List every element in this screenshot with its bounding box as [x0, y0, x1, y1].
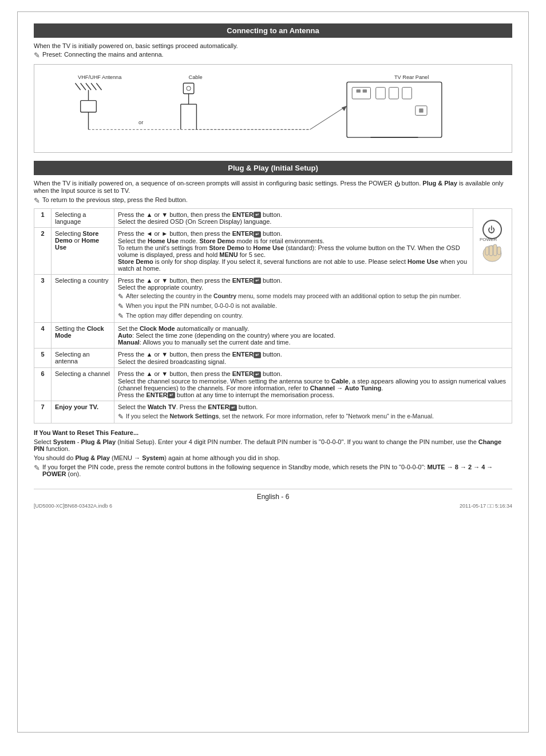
svg-marker-31 [342, 106, 347, 111]
power-image-cell: ⏻ POWER [473, 208, 512, 274]
step-title-1: Selecting a language [52, 208, 114, 228]
step-title-3: Selecting a country [52, 274, 114, 323]
svg-line-6 [91, 83, 96, 90]
svg-rect-36 [489, 246, 493, 256]
antenna-note: ✎ Preset: Connecting the mains and anten… [34, 51, 512, 60]
step-title-7: Enjoy your TV. [52, 401, 114, 423]
step-content-6: Press the ▲ or ▼ button, then press the … [114, 367, 512, 401]
step-num-2: 2 [34, 228, 52, 275]
svg-line-30 [310, 106, 347, 129]
file-info: [UD5000-XC]BN68-03432A.indb 6 2011-05-17… [34, 503, 512, 509]
reset-line1: Select System - Plug & Play (Initial Set… [34, 438, 512, 452]
step-row-2: 2 Selecting Store Demo or Home Use Press… [34, 228, 512, 275]
svg-point-12 [187, 86, 191, 90]
step-num-5: 5 [34, 349, 52, 368]
note-icon-3b: ✎ [118, 302, 124, 310]
svg-line-7 [96, 83, 101, 90]
note-icon-3c: ✎ [118, 312, 124, 320]
step-content-3: Press the ▲ or ▼ button, then press the … [114, 274, 512, 323]
svg-rect-25 [389, 88, 399, 99]
section-header-antenna: Connecting to an Antenna [34, 23, 512, 38]
step-content-5: Press the ▲ or ▼ button, then press the … [114, 349, 512, 368]
steps-table: 1 Selecting a language Press the ▲ or ▼ … [34, 208, 512, 423]
power-symbol: ⏻ [394, 181, 400, 187]
step-num-7: 7 [34, 401, 52, 423]
step-row-6: 6 Selecting a channel Press the ▲ or ▼ b… [34, 367, 512, 401]
svg-rect-28 [419, 109, 423, 113]
enter-icon3: ↵ [254, 278, 261, 284]
svg-rect-23 [363, 89, 367, 93]
enter-icon: ↵ [254, 212, 261, 218]
enter-icon5: ↵ [254, 352, 261, 358]
file-right: 2011-05-17 □□ 5:16:34 [460, 503, 512, 509]
svg-text:POWER: POWER [480, 237, 497, 242]
footer-bar: English - 6 [34, 489, 512, 501]
reset-line2: You should do Plug & Play (MENU → System… [34, 454, 512, 461]
svg-text:⏻: ⏻ [488, 225, 495, 234]
step-num-4: 4 [34, 323, 52, 349]
svg-rect-38 [485, 247, 489, 255]
step-content-2: Press the ◄ or ► button, then press the … [114, 228, 473, 275]
antenna-diagram: VHF/UHF Antenna Cable TV Rear Panel [34, 64, 512, 153]
plugplay-note: ✎ To return to the previous step, press … [34, 196, 512, 205]
svg-rect-22 [357, 89, 361, 93]
enter-icon2: ↵ [254, 231, 261, 238]
svg-rect-26 [402, 88, 412, 99]
step-num-1: 1 [34, 208, 52, 228]
reset-heading: If You Want to Reset This Feature... [34, 429, 139, 436]
step-title-2: Selecting Store Demo or Home Use [52, 228, 114, 275]
step-row-4: 4 Setting the Clock Mode Set the Clock M… [34, 323, 512, 349]
svg-rect-9 [81, 101, 97, 112]
page-label: English - 6 [257, 493, 290, 501]
step-num-6: 6 [34, 367, 52, 401]
step-title-5: Selecting an antenna [52, 349, 114, 368]
reset-section: If You Want to Reset This Feature... Sel… [34, 429, 512, 477]
svg-line-5 [86, 83, 91, 90]
reset-note: ✎ If you forget the PIN code, press the … [34, 464, 512, 477]
svg-line-3 [75, 83, 80, 90]
note-pencil-icon2: ✎ [34, 196, 40, 205]
svg-text:VHF/UHF Antenna: VHF/UHF Antenna [78, 74, 122, 80]
step-content-7: Select the Watch TV. Press the ENTER↵ bu… [114, 401, 512, 423]
power-hand-svg: ⏻ POWER [477, 218, 508, 264]
svg-rect-37 [493, 244, 497, 256]
step-num-3: 3 [34, 274, 52, 323]
note-pencil-icon3: ✎ [34, 464, 40, 472]
file-left: [UD5000-XC]BN68-03432A.indb 6 [34, 503, 112, 509]
svg-rect-20 [347, 82, 442, 137]
step-content-4: Set the Clock Mode automatically or manu… [114, 323, 512, 349]
antenna-intro: When the TV is initially powered on, bas… [34, 42, 512, 49]
svg-rect-39 [497, 247, 501, 255]
step-title-6: Selecting a channel [52, 367, 114, 401]
note-pencil-icon: ✎ [34, 51, 40, 60]
step-row-7: 7 Enjoy your TV. Select the Watch TV. Pr… [34, 401, 512, 423]
svg-text:Cable: Cable [189, 74, 203, 80]
step-title-4: Setting the Clock Mode [52, 323, 114, 349]
step-row-5: 5 Selecting an antenna Press the ▲ or ▼ … [34, 349, 512, 368]
svg-line-4 [81, 83, 86, 90]
step-row-1: 1 Selecting a language Press the ▲ or ▼ … [34, 208, 512, 228]
note-icon-7: ✎ [118, 413, 124, 421]
svg-text:TV Rear Panel: TV Rear Panel [394, 74, 429, 80]
enter-icon6b: ↵ [168, 392, 175, 398]
enter-icon6: ↵ [254, 371, 261, 378]
antenna-svg: VHF/UHF Antenna Cable TV Rear Panel [40, 72, 506, 145]
svg-rect-24 [376, 88, 386, 99]
plugplay-intro: When the TV is initially powered on, a s… [34, 180, 512, 194]
section-header-plugplay: Plug & Play (Initial Setup) [34, 161, 512, 175]
note-icon-3a: ✎ [118, 292, 124, 300]
enter-icon7: ↵ [230, 405, 237, 411]
svg-rect-11 [183, 83, 193, 93]
svg-text:or: or [139, 120, 143, 125]
step-content-1: Press the ▲ or ▼ button, then press the … [114, 208, 473, 228]
step-row-3: 3 Selecting a country Press the ▲ or ▼ b… [34, 274, 512, 323]
svg-rect-21 [352, 88, 370, 99]
